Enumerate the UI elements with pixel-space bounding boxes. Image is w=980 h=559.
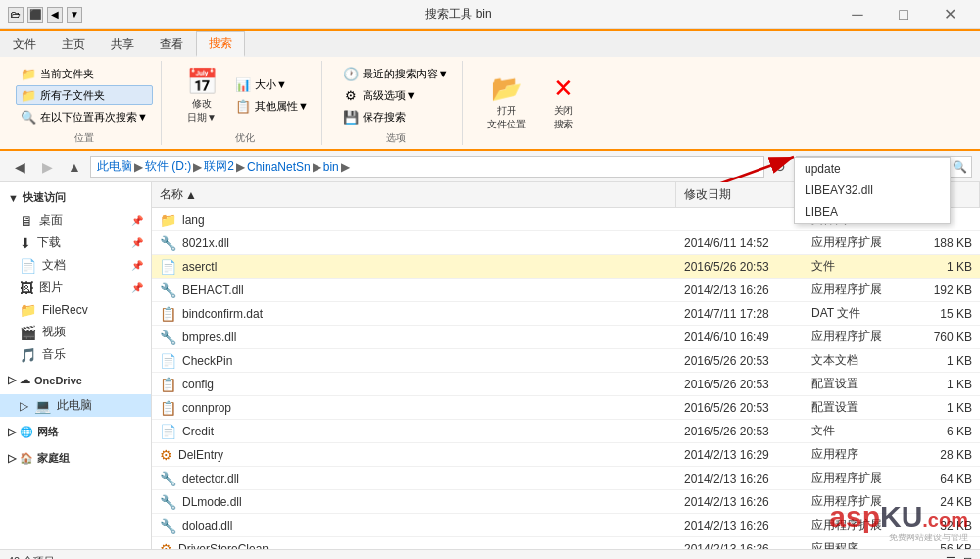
- tab-file[interactable]: 文件: [0, 31, 49, 57]
- advanced-options-btn[interactable]: ⚙ 高级选项▼: [338, 85, 454, 105]
- table-row[interactable]: ⚙ DriverStoreClean 2014/2/13 16:26 应用程序 …: [152, 537, 980, 549]
- file-date: 2016/5/26 20:53: [676, 352, 804, 370]
- sidebar-music-label: 音乐: [42, 346, 66, 363]
- table-row[interactable]: 🔧 BEHACT.dll 2014/2/13 16:26 应用程序扩展 192 …: [152, 279, 980, 302]
- search-again-btn[interactable]: 🔍 在以下位置再次搜索▼: [16, 107, 153, 127]
- maximize-button[interactable]: □: [881, 0, 926, 29]
- autocomplete-item-1[interactable]: LIBEAY32.dll: [795, 179, 950, 201]
- file-icon: 📄: [160, 353, 176, 369]
- quick-access-header[interactable]: ▼ 快速访问: [0, 186, 151, 209]
- table-row[interactable]: 🔧 8021x.dll 2014/6/11 14:52 应用程序扩展 188 K…: [152, 231, 980, 255]
- tab-search[interactable]: 搜索: [196, 31, 245, 57]
- video-icon: 🎬: [20, 325, 36, 340]
- col-header-name[interactable]: 名称 ▲: [152, 182, 676, 207]
- path-part-net[interactable]: 联网2: [204, 158, 234, 175]
- app-window: 🗁 ⬛ ◀ ▼ 搜索工具 bin ─ □ ✕ 文件 主页 共享 查看 搜索: [0, 0, 980, 559]
- search-submit-icon[interactable]: 🔍: [953, 160, 967, 174]
- table-row[interactable]: 📋 config 2016/5/26 20:53 配置设置 1 KB: [152, 373, 980, 396]
- autocomplete-item-0[interactable]: update: [795, 158, 950, 179]
- address-path[interactable]: 此电脑 ▶ 软件 (D:) ▶ 联网2 ▶ ChinaNetSn ▶ bin ▶: [90, 156, 764, 178]
- up-button[interactable]: ▲: [63, 155, 86, 178]
- date-modified-btn[interactable]: 📅 修改日期▼: [177, 61, 226, 129]
- recent-label: 最近的搜索内容▼: [363, 67, 449, 81]
- onedrive-header[interactable]: ▷ ☁ OneDrive: [0, 370, 151, 390]
- forward-button[interactable]: ▶: [35, 155, 59, 178]
- current-folder-btn[interactable]: 📁 当前文件夹: [16, 64, 153, 83]
- file-name: CheckPin: [182, 354, 232, 368]
- desktop-icon: 🖥: [20, 213, 33, 229]
- sidebar-item-video[interactable]: 🎬 视频: [0, 321, 151, 343]
- tab-home[interactable]: 主页: [49, 31, 98, 57]
- path-part-computer[interactable]: 此电脑: [97, 158, 132, 175]
- sidebar-pictures-label: 图片: [39, 280, 63, 296]
- minimize-button[interactable]: ─: [835, 0, 880, 29]
- path-part-bin[interactable]: bin: [323, 160, 339, 174]
- file-type: 文件: [804, 256, 902, 277]
- file-type: DAT 文件: [804, 303, 902, 324]
- file-name: detector.dll: [182, 472, 239, 485]
- advanced-icon: ⚙: [343, 87, 359, 103]
- onedrive-label: OneDrive: [34, 375, 82, 386]
- subfolders-label: 所有子文件夹: [40, 88, 105, 103]
- list-view-btn[interactable]: ☰: [946, 555, 956, 559]
- table-row[interactable]: 📄 CheckPin 2016/5/26 20:53 文本文档 1 KB: [152, 349, 980, 373]
- file-name-cell: 📄 CheckPin: [152, 351, 676, 371]
- table-row[interactable]: 📄 aserctl 2016/5/26 20:53 文件 1 KB: [152, 255, 980, 279]
- network-header[interactable]: ▷ 🌐 网络: [0, 421, 151, 443]
- table-row[interactable]: 📄 Credit 2016/5/26 20:53 文件 6 KB: [152, 420, 980, 443]
- path-part-d[interactable]: 软件 (D:): [145, 158, 191, 175]
- quick-access-icon[interactable]: 🗁: [8, 7, 24, 23]
- sidebar: ▼ 快速访问 🖥 桌面 📌 ⬇ 下载 📌 📄 文档 📌: [0, 182, 152, 549]
- tab-share[interactable]: 共享: [98, 31, 147, 57]
- network-expand: ▷: [8, 426, 16, 438]
- table-row[interactable]: 🔧 bmpres.dll 2014/6/10 16:49 应用程序扩展 760 …: [152, 326, 980, 349]
- grid-view-btn[interactable]: ⊞: [963, 555, 972, 559]
- close-icon: ✕: [548, 73, 579, 104]
- path-sep-1: ▶: [134, 160, 143, 174]
- title-btn-3[interactable]: ▼: [67, 7, 82, 23]
- other-attr-btn[interactable]: 📋 其他属性▼: [230, 96, 314, 116]
- title-btn-1[interactable]: ⬛: [27, 7, 43, 23]
- sidebar-item-docs[interactable]: 📄 文档 📌: [0, 254, 151, 277]
- back-button[interactable]: ◀: [8, 155, 31, 178]
- title-btn-2[interactable]: ◀: [47, 7, 63, 23]
- path-part-china[interactable]: ChinaNetSn: [247, 160, 311, 174]
- homegroup-section: ▷ 🏠 家庭组: [0, 447, 151, 470]
- open-location-btn[interactable]: 📂 打开文件位置: [478, 68, 535, 136]
- sidebar-item-music[interactable]: 🎵 音乐: [0, 343, 151, 366]
- table-row[interactable]: 📋 bindconfirm.dat 2014/7/11 17:28 DAT 文件…: [152, 302, 980, 326]
- file-name: bindconfirm.dat: [182, 307, 263, 321]
- size-label: 大小▼: [255, 77, 287, 92]
- homegroup-icon: 🏠: [20, 452, 33, 465]
- pin-icon-dl: 📌: [131, 237, 143, 248]
- tab-view[interactable]: 查看: [147, 31, 196, 57]
- refresh-button[interactable]: ↻: [768, 155, 792, 178]
- file-size: 1 KB: [902, 376, 980, 393]
- homegroup-header[interactable]: ▷ 🏠 家庭组: [0, 447, 151, 470]
- save-search-btn[interactable]: 💾 保存搜索: [338, 107, 454, 127]
- window-controls: ─ □ ✕: [835, 0, 972, 29]
- close-search-btn[interactable]: ✕ 关闭搜索: [539, 68, 588, 136]
- subfolders-icon: 📁: [21, 87, 36, 103]
- file-icon: ⚙: [160, 447, 172, 463]
- table-row[interactable]: 🔧 detector.dll 2014/2/13 16:26 应用程序扩展 64…: [152, 467, 980, 490]
- size-btn[interactable]: 📊 大小▼: [230, 75, 314, 94]
- close-button[interactable]: ✕: [927, 0, 972, 29]
- all-subfolders-btn[interactable]: 📁 所有子文件夹: [16, 85, 153, 105]
- file-date: 2014/7/11 17:28: [676, 305, 804, 323]
- sidebar-item-filerecv[interactable]: 📁 FileRecv: [0, 299, 151, 321]
- autocomplete-item-2[interactable]: LIBEA: [795, 201, 950, 223]
- file-size: 15 KB: [902, 305, 980, 323]
- sidebar-item-thispc[interactable]: ▷ 💻 此电脑: [0, 394, 151, 417]
- sidebar-item-pictures[interactable]: 🖼 图片 📌: [0, 277, 151, 299]
- this-pc-section: ▷ 💻 此电脑: [0, 394, 151, 417]
- file-name-cell: 🔧 doload.dll: [152, 516, 676, 535]
- table-row[interactable]: ⚙ DelEntry 2014/2/13 16:29 应用程序 28 KB: [152, 443, 980, 467]
- recent-search-btn[interactable]: 🕐 最近的搜索内容▼: [338, 64, 454, 83]
- sidebar-item-downloads[interactable]: ⬇ 下载 📌: [0, 231, 151, 254]
- sidebar-item-desktop[interactable]: 🖥 桌面 📌: [0, 209, 151, 231]
- file-size: 64 KB: [902, 470, 980, 487]
- col-header-date[interactable]: 修改日期: [676, 182, 804, 207]
- filerecv-icon: 📁: [20, 302, 36, 318]
- table-row[interactable]: 📋 connprop 2016/5/26 20:53 配置设置 1 KB: [152, 396, 980, 420]
